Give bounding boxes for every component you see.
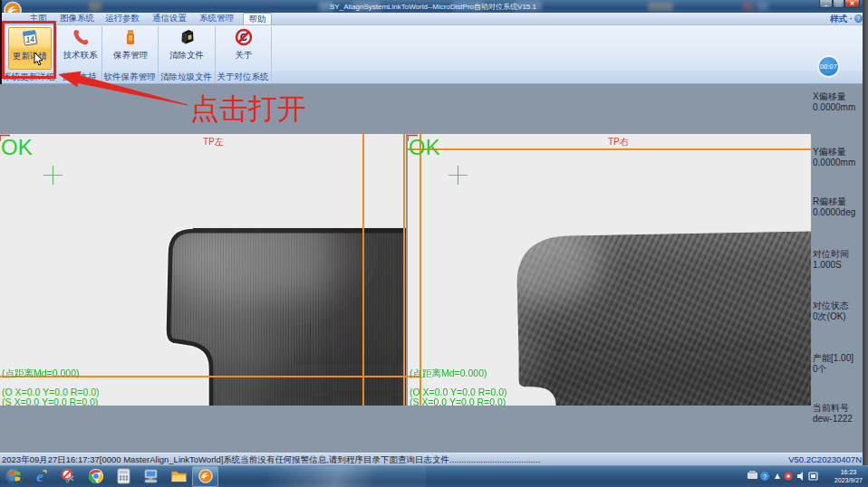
svg-text:e: e	[36, 468, 43, 484]
svg-text:?: ?	[763, 473, 767, 480]
